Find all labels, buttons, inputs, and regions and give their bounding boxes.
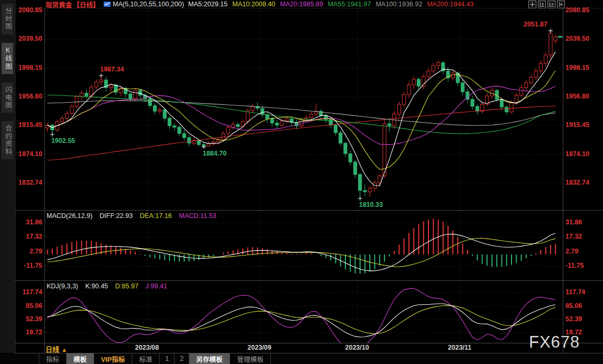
tab-save-template[interactable]: 另存模板 <box>189 353 230 364</box>
candle <box>66 111 69 121</box>
panel-divider <box>15 280 603 281</box>
price-annotation: 2051.87 <box>524 21 547 28</box>
candle <box>432 62 435 74</box>
axis-tick-label: 19.72 <box>15 329 42 336</box>
macd-name-label: MACD(26,12,9) <box>47 212 93 220</box>
axis-tick-label: 1915.45 <box>15 121 42 129</box>
tab-manage-templates[interactable]: 管理模板 <box>230 353 271 364</box>
candle <box>554 34 557 44</box>
expand-axis-icon[interactable] <box>557 1 565 8</box>
date-label: 2023/09 <box>248 344 271 351</box>
pan-tool-icon[interactable] <box>528 1 536 8</box>
candle <box>300 117 303 128</box>
candle <box>363 184 367 196</box>
x-axis-scale-icon[interactable] <box>547 1 555 8</box>
main-price-chart-canvas[interactable]: 1902.551987.341884.701810.332051.87 <box>45 8 563 210</box>
macd-histogram <box>48 219 556 274</box>
candle <box>334 124 337 135</box>
sidebar-item-kline-chart[interactable]: K线图 <box>2 43 13 74</box>
candle <box>359 172 362 199</box>
date-axis: 日线▲ 2023/082023/092023/102023/11 <box>15 343 603 353</box>
candle <box>407 82 410 98</box>
candle <box>368 186 371 197</box>
candlestick-series <box>46 31 558 198</box>
sidebar-item-lightning-chart[interactable]: 闪电图 <box>2 83 13 113</box>
price-annotation: 1884.70 <box>203 150 226 157</box>
candle <box>349 151 352 166</box>
macd-header: MACD(26,12,9) DIFF:22.93 DEA:17.16 MACD:… <box>47 212 222 220</box>
period-selector[interactable]: 日线▲ <box>45 344 67 354</box>
axis-tick-label: 17.32 <box>15 233 42 241</box>
extreme-marker-icon <box>50 132 54 136</box>
candle <box>461 80 464 95</box>
candle <box>403 92 406 107</box>
axis-tick-label: 1874.10 <box>15 150 42 158</box>
candle <box>266 113 269 122</box>
candle <box>519 85 523 97</box>
diff-line <box>48 233 556 271</box>
tab-slot-2[interactable]: 2 <box>175 353 189 364</box>
ma20-line <box>48 86 556 145</box>
candle <box>168 116 171 129</box>
candle <box>276 120 279 129</box>
extreme-marker-icon <box>358 196 362 201</box>
axis-tick-label: 52.39 <box>565 315 600 323</box>
sidebar-item-timeshare-chart[interactable]: 分时图 <box>2 4 13 34</box>
candle <box>46 123 49 132</box>
bottom-toolbar: 指标 模板 VIP指标 标准 1 2 另存模板 管理模板 <box>0 353 603 364</box>
axis-tick-label: 2039.50 <box>565 35 600 43</box>
candle <box>388 118 391 132</box>
tab-slot-1[interactable]: 1 <box>160 353 175 364</box>
tab-templates[interactable]: 模板 <box>67 353 94 364</box>
candle <box>251 104 254 113</box>
chevron-up-icon: ▲ <box>61 347 67 353</box>
chart-region[interactable]: 1902.551987.341884.701810.332051.87 <box>44 8 563 353</box>
candle <box>398 102 401 117</box>
kdj-header: KDJ(9,3,3) K:90.45 D:85.97 J:99.41 <box>47 283 172 290</box>
axis-tick-label: 2.79 <box>15 248 42 256</box>
kdj-d-value: D:85.97 <box>115 283 139 290</box>
kdj-j-value: J:99.41 <box>145 283 167 290</box>
date-label: 2023/10 <box>345 344 369 351</box>
axis-tick-label: 1832.74 <box>565 179 600 187</box>
k-line <box>48 304 556 337</box>
candle <box>534 68 537 80</box>
candle <box>466 88 469 103</box>
tab-vip-indicators[interactable]: VIP指标 <box>94 353 132 364</box>
y-axis-scale-icon[interactable] <box>538 1 546 8</box>
macd-indicator-canvas[interactable] <box>45 211 563 280</box>
kdj-indicator-canvas[interactable] <box>45 281 563 343</box>
candle <box>80 90 83 100</box>
candle <box>422 74 425 89</box>
axis-tick-label: 1956.80 <box>15 93 42 101</box>
candle <box>95 79 98 90</box>
extreme-marker-icon <box>549 29 553 33</box>
candle <box>85 90 88 99</box>
sidebar-item-contract-info[interactable]: 合约资料 <box>2 121 13 159</box>
candle <box>104 77 107 92</box>
ma10-line <box>48 70 556 169</box>
candle <box>173 123 176 131</box>
candle <box>315 104 318 116</box>
candle <box>476 104 479 115</box>
candle <box>378 174 381 186</box>
tab-indicators[interactable]: 指标 <box>39 353 67 364</box>
candle <box>544 52 547 66</box>
candle <box>427 68 430 80</box>
axis-tick-label: 31.86 <box>15 219 42 226</box>
candle <box>329 118 332 128</box>
candle <box>182 130 186 141</box>
ma5-value: MA5:2029.15 <box>188 1 227 8</box>
candle <box>486 93 489 106</box>
tab-standard[interactable]: 标准 <box>132 353 160 364</box>
candle <box>193 138 196 145</box>
candle <box>319 109 323 118</box>
price-annotation: 1987.34 <box>100 66 124 73</box>
candle <box>339 131 342 146</box>
watermark-logo: FX678 <box>529 333 580 352</box>
axis-tick-label: -11.75 <box>15 262 42 270</box>
candle <box>529 75 533 86</box>
chart-type-sidebar: 分时图 K线图 闪电图 合约资料 <box>0 0 15 353</box>
candle <box>436 60 440 69</box>
price-annotation: 1810.33 <box>359 201 383 208</box>
